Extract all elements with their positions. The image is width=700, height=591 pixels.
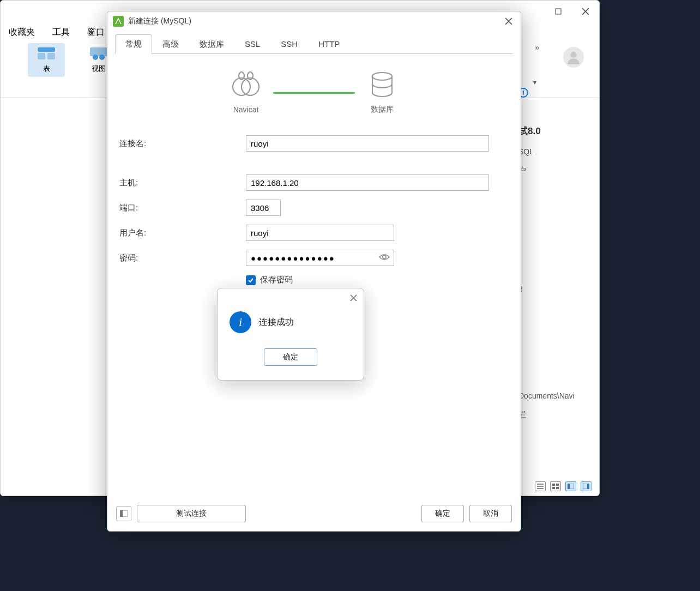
tab-database[interactable]: 数据库 (189, 34, 234, 54)
conn-name-input[interactable] (246, 135, 489, 152)
menu-favorites[interactable]: 收藏夹 (9, 27, 35, 38)
tab-general[interactable]: 常规 (115, 34, 152, 54)
info-row3: 户 (518, 166, 589, 176)
message-box: i 连接成功 确定 (217, 288, 364, 381)
info-path: Documents\Navi (518, 391, 589, 400)
port-input[interactable] (246, 200, 281, 216)
dialog-title: 新建连接 (MySQL) (128, 16, 502, 26)
host-input[interactable] (246, 174, 489, 191)
svg-rect-11 (556, 487, 559, 489)
panel-right-icon[interactable] (581, 481, 592, 491)
diagram-line (273, 92, 355, 94)
svg-rect-2 (38, 53, 45, 59)
app-icon (113, 16, 124, 27)
form: 连接名: 主机: 端口: 用户名: 密码: 保存密码 (107, 122, 521, 285)
info-circle-icon: i (230, 311, 251, 333)
user-label: 用户名: (119, 228, 246, 238)
info-row6: 栏 (518, 410, 589, 420)
svg-rect-10 (552, 487, 555, 489)
chevron-down-icon[interactable]: ▾ (533, 79, 536, 86)
diagram-navicat: Navicat (232, 71, 260, 114)
diagram-navicat-label: Navicat (233, 105, 259, 114)
svg-rect-0 (556, 9, 561, 14)
msgbox-ok-button[interactable]: 确定 (264, 348, 317, 366)
svg-rect-13 (568, 484, 570, 489)
info-row4: 8 (518, 285, 589, 293)
user-input[interactable] (246, 225, 394, 241)
list-view-icon[interactable] (535, 481, 546, 491)
toolbar-table-label: 表 (43, 64, 50, 74)
panel-toggle-icon[interactable] (116, 506, 131, 521)
svg-rect-8 (552, 484, 555, 486)
table-icon (35, 46, 57, 61)
tab-advanced[interactable]: 高级 (152, 34, 189, 54)
toolbar-view-label: 视图 (92, 64, 106, 74)
test-connection-button[interactable]: 测试连接 (137, 505, 246, 522)
svg-rect-4 (90, 47, 107, 56)
navicat-icon (232, 71, 260, 100)
conn-name-label: 连接名: (119, 138, 246, 149)
port-label: 端口: (119, 203, 246, 213)
msgbox-close-icon[interactable] (350, 294, 357, 304)
more-icon[interactable]: » (535, 43, 539, 52)
msgbox-body: i 连接成功 (218, 288, 364, 333)
svg-point-7 (571, 52, 577, 58)
grid-view-icon[interactable] (550, 481, 561, 491)
cancel-button[interactable]: 取消 (469, 505, 512, 522)
maximize-icon[interactable] (550, 3, 566, 20)
save-password-label: 保存密码 (260, 275, 293, 285)
svg-point-21 (383, 256, 386, 259)
dialog-footer: 测试连接 确定 取消 (107, 498, 521, 531)
svg-rect-9 (556, 484, 559, 486)
info-panel: i 试8.0 SQL 户 8 Documents\Navi 栏 (518, 88, 589, 430)
connection-diagram: Navicat 数据库 (107, 71, 521, 114)
checkbox-checked-icon[interactable] (246, 275, 256, 285)
svg-point-6 (99, 55, 105, 60)
menu-bar: 收藏夹 工具 窗口 (9, 27, 105, 38)
tab-ssl[interactable]: SSL (234, 34, 270, 54)
tab-http[interactable]: HTTP (308, 34, 350, 54)
svg-rect-15 (587, 484, 589, 489)
password-input[interactable] (246, 250, 394, 266)
avatar[interactable] (563, 47, 584, 68)
tab-underline (115, 53, 513, 54)
window-close-icon[interactable] (577, 3, 594, 20)
dialog-titlebar: 新建连接 (MySQL) (107, 11, 521, 31)
toolbar: 表 视图 (28, 43, 117, 77)
svg-point-20 (372, 73, 392, 80)
info-title: 试8.0 (518, 125, 589, 137)
tabs: 常规 高级 数据库 SSL SSH HTTP (107, 31, 521, 54)
svg-rect-3 (47, 53, 55, 59)
svg-rect-1 (38, 47, 55, 52)
tab-ssh[interactable]: SSH (270, 34, 308, 54)
save-password-row[interactable]: 保存密码 (246, 275, 509, 285)
password-label: 密码: (119, 253, 246, 263)
diagram-database-label: 数据库 (371, 105, 394, 114)
database-icon (368, 71, 396, 99)
msgbox-text: 连接成功 (259, 317, 294, 328)
status-bar-icons (535, 481, 592, 491)
diagram-database: 数据库 (368, 71, 396, 114)
toolbar-table[interactable]: 表 (28, 43, 65, 77)
info-subtitle: SQL (518, 147, 589, 156)
close-icon[interactable] (502, 15, 515, 28)
svg-rect-23 (120, 510, 123, 517)
view-icon (88, 46, 110, 61)
menu-window[interactable]: 窗口 (87, 27, 105, 38)
eye-icon[interactable] (379, 254, 390, 263)
svg-point-5 (93, 55, 98, 60)
ok-button[interactable]: 确定 (421, 505, 464, 522)
menu-tools[interactable]: 工具 (52, 27, 70, 38)
new-connection-dialog: 新建连接 (MySQL) 常规 高级 数据库 SSL SSH HTTP Navi… (107, 11, 521, 532)
panel-left-icon[interactable] (565, 481, 576, 491)
host-label: 主机: (119, 178, 246, 188)
